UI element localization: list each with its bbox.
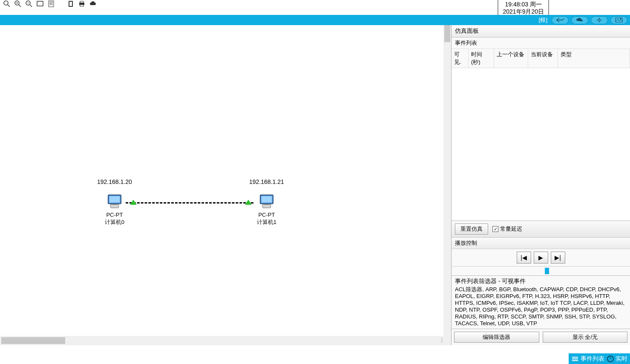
realtime-toggle[interactable]: <\/svg> 实时 [607, 355, 627, 363]
root-label: [根] [539, 16, 547, 24]
zoom-in-icon[interactable] [14, 0, 21, 7]
device-pc0-type: PC-PT [97, 211, 132, 218]
filter-section: 事件列表筛选器 - 可视事件 ACL筛选器, ARP, BGP, Bluetoo… [452, 276, 630, 329]
svg-line-5 [19, 5, 21, 7]
col-visible[interactable]: 可见. [452, 49, 469, 68]
col-type[interactable]: 类型 [558, 49, 630, 68]
svg-rect-18 [80, 5, 83, 6]
clock-display: 19:48:03 周一 2021年9月20日 [498, 0, 549, 17]
nav-back-button[interactable] [552, 16, 569, 24]
device-pc1-name: 计算机1 [249, 218, 284, 226]
svg-rect-15 [69, 2, 72, 6]
cluster-button[interactable]: + [571, 16, 588, 24]
simulation-panel: 仿真面板 事件列表 可见. 时间(秒) 上一个设备 当前设备 类型 重置仿真 ✓… [451, 25, 630, 345]
window-icon[interactable] [37, 0, 43, 7]
svg-point-21 [620, 18, 621, 20]
show-all-none-button[interactable]: 显示 全/无 [543, 332, 628, 343]
svg-rect-28 [262, 205, 270, 208]
main-area: 192.168.1.20 PC-PT 计算机0 192.168.1.21 [0, 25, 630, 345]
background-button[interactable] [610, 16, 627, 24]
view-bar: [根] + [0, 15, 630, 25]
filter-buttons-row: 编辑筛选器 显示 全/无 [452, 329, 630, 345]
svg-line-8 [30, 5, 32, 7]
topology-canvas[interactable]: 192.168.1.20 PC-PT 计算机0 192.168.1.21 [0, 25, 451, 332]
top-toolbar: 19:48:03 周一 2021年9月20日 [0, 0, 630, 8]
svg-rect-23 [109, 196, 120, 203]
pc-icon [259, 193, 275, 209]
move-button[interactable] [591, 16, 608, 24]
list-icon [571, 356, 579, 362]
reset-simulation-button[interactable]: 重置仿真 [455, 224, 488, 235]
playback-section: 播放控制 |◀ ▶ ▶| [452, 238, 630, 276]
canvas-horizontal-scrollbar[interactable]: 〉 [0, 336, 451, 345]
canvas-vertical-scrollbar[interactable] [443, 25, 451, 336]
realtime-toggle-label: 实时 [616, 355, 627, 363]
clock-date: 2021年9月20日 [503, 8, 544, 15]
play-button[interactable]: ▶ [534, 252, 548, 264]
device-pc0-name: 计算机0 [97, 218, 132, 226]
checkbox-icon: ✓ [492, 226, 498, 232]
svg-rect-9 [37, 1, 43, 6]
clock-time: 19:48:03 [505, 1, 529, 8]
svg-rect-10 [49, 1, 54, 7]
filter-title: 事件列表筛选器 - 可视事件 [455, 278, 627, 285]
svg-text:+: + [581, 19, 584, 23]
event-list-body [452, 68, 630, 221]
svg-point-0 [4, 1, 8, 5]
device-pc1-ip: 192.168.1.21 [249, 178, 284, 186]
event-list-label: 事件列表 [452, 37, 630, 49]
playback-slider-track[interactable] [452, 266, 630, 275]
playback-label: 播放控制 [452, 238, 630, 249]
pc-icon [106, 193, 123, 209]
device-pc0-ip: 192.168.1.20 [97, 178, 132, 186]
col-current-device[interactable]: 当前设备 [528, 49, 558, 68]
document-icon[interactable] [67, 0, 74, 7]
clock-icon: <\/svg> [607, 355, 614, 362]
filter-protocol-list: ACL筛选器, ARP, BGP, Bluetooth, CAPWAP, CDP… [455, 286, 627, 327]
col-prev-device[interactable]: 上一个设备 [494, 49, 528, 68]
print-icon[interactable] [78, 0, 85, 7]
svg-rect-24 [110, 205, 118, 208]
col-time[interactable]: 时间(秒) [469, 49, 494, 68]
clock-weekday: 周一 [530, 1, 542, 8]
simulation-panel-title: 仿真面板 [452, 25, 630, 37]
svg-rect-27 [262, 196, 272, 203]
event-list-toggle[interactable]: 事件列表 [571, 355, 604, 363]
zoom-reset-icon[interactable] [3, 0, 10, 7]
bottom-mode-bar: 事件列表 <\/svg> 实时 [569, 353, 630, 364]
zoom-out-icon[interactable] [26, 0, 32, 7]
constant-delay-label: 常量延迟 [500, 225, 522, 233]
event-controls-row: 重置仿真 ✓ 常量延迟 [452, 221, 630, 238]
device-pc0[interactable]: 192.168.1.20 PC-PT 计算机0 [97, 178, 132, 226]
event-list-columns: 可见. 时间(秒) 上一个设备 当前设备 类型 [452, 49, 630, 68]
cloud-icon[interactable] [89, 0, 96, 7]
note-icon[interactable] [48, 0, 55, 7]
edit-filter-button[interactable]: 编辑筛选器 [454, 332, 539, 343]
device-pc1-type: PC-PT [249, 211, 284, 218]
step-back-button[interactable]: |◀ [517, 252, 531, 264]
link-pc0-pc1[interactable] [126, 202, 253, 203]
constant-delay-checkbox[interactable]: ✓ 常量延迟 [492, 225, 522, 233]
device-pc1[interactable]: 192.168.1.21 PC-PT 计算机1 [249, 178, 284, 226]
step-forward-button[interactable]: ▶| [551, 252, 565, 264]
svg-line-1 [8, 5, 10, 7]
playback-slider-thumb[interactable] [545, 268, 549, 274]
event-list-toggle-label: 事件列表 [581, 355, 604, 363]
topology-canvas-wrap: 192.168.1.20 PC-PT 计算机0 192.168.1.21 [0, 25, 451, 345]
